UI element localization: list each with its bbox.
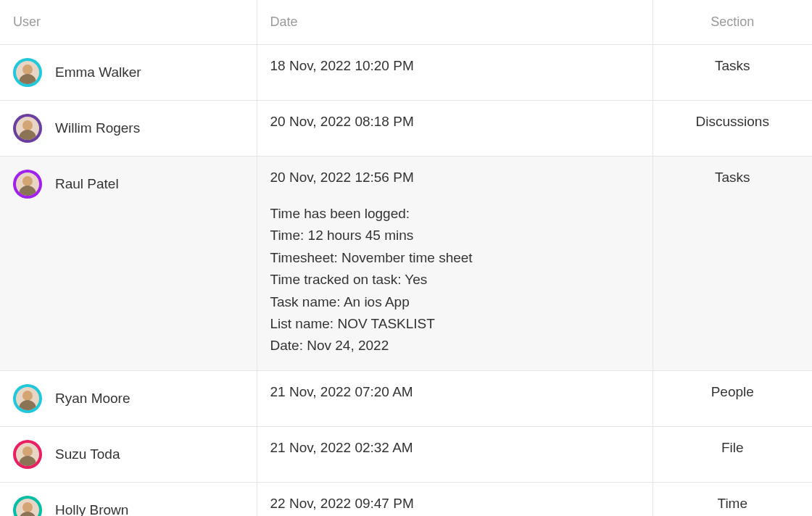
- header-section[interactable]: Section: [652, 0, 812, 45]
- user-cell: Raul Patel: [0, 157, 257, 371]
- table-header-row: User Date Section: [0, 0, 812, 45]
- user-name: Emma Walker: [55, 64, 141, 80]
- user-cell: Ryan Moore: [0, 370, 257, 426]
- section-cell: Tasks: [652, 157, 812, 371]
- user-name: Ryan Moore: [55, 391, 130, 407]
- date-cell: 22 Nov, 2022 09:47 PM: [257, 482, 652, 516]
- avatar[interactable]: [13, 170, 42, 199]
- activity-log-table: User Date Section Emma Walker18 Nov, 202…: [0, 0, 812, 516]
- date-text: 21 Nov, 2022 02:32 AM: [270, 440, 639, 456]
- date-cell: 20 Nov, 2022 12:56 PMTime has been logge…: [257, 157, 652, 371]
- section-label: People: [711, 384, 754, 399]
- detail-line: Time tracked on task: Yes: [270, 269, 639, 291]
- user-cell: Holly Brown: [0, 482, 257, 516]
- user-name: Raul Patel: [55, 176, 119, 192]
- user-cell: Willim Rogers: [0, 101, 257, 157]
- section-cell: Time: [652, 482, 812, 516]
- detail-line: Date: Nov 24, 2022: [270, 335, 639, 357]
- avatar[interactable]: [13, 384, 42, 413]
- table-row[interactable]: Willim Rogers20 Nov, 2022 08:18 PMDiscus…: [0, 101, 812, 157]
- user-cell: Emma Walker: [0, 45, 257, 101]
- table-row[interactable]: Raul Patel20 Nov, 2022 12:56 PMTime has …: [0, 157, 812, 371]
- detail-line: List name: NOV TASKLIST: [270, 313, 639, 335]
- detail-line: Time has been logged:: [270, 203, 639, 225]
- date-cell: 20 Nov, 2022 08:18 PM: [257, 101, 652, 157]
- user-name: Willim Rogers: [55, 120, 140, 136]
- section-cell: People: [652, 370, 812, 426]
- table-row[interactable]: Emma Walker18 Nov, 2022 10:20 PMTasks: [0, 45, 812, 101]
- date-text: 18 Nov, 2022 10:20 PM: [270, 58, 639, 74]
- avatar[interactable]: [13, 496, 42, 516]
- date-cell: 21 Nov, 2022 07:20 AM: [257, 370, 652, 426]
- detail-line: Task name: An ios App: [270, 291, 639, 313]
- section-label: Tasks: [715, 170, 750, 185]
- section-label: File: [721, 440, 744, 455]
- section-cell: Discussions: [652, 101, 812, 157]
- date-text: 20 Nov, 2022 08:18 PM: [270, 114, 639, 130]
- date-cell: 18 Nov, 2022 10:20 PM: [257, 45, 652, 101]
- avatar[interactable]: [13, 440, 42, 469]
- log-details: Time has been logged:Time: 12 hours 45 m…: [270, 203, 639, 357]
- table-row[interactable]: Suzu Toda21 Nov, 2022 02:32 AMFile: [0, 426, 812, 482]
- date-text: 20 Nov, 2022 12:56 PM: [270, 170, 639, 186]
- section-label: Discussions: [696, 114, 769, 129]
- detail-line: Time: 12 hours 45 mins: [270, 225, 639, 246]
- table-row[interactable]: Ryan Moore21 Nov, 2022 07:20 AMPeople: [0, 370, 812, 426]
- user-cell: Suzu Toda: [0, 426, 257, 482]
- section-label: Tasks: [715, 58, 750, 73]
- date-text: 22 Nov, 2022 09:47 PM: [270, 496, 639, 512]
- date-cell: 21 Nov, 2022 02:32 AM: [257, 426, 652, 482]
- section-cell: File: [652, 426, 812, 482]
- avatar[interactable]: [13, 58, 42, 87]
- date-text: 21 Nov, 2022 07:20 AM: [270, 384, 639, 400]
- table-row[interactable]: Holly Brown22 Nov, 2022 09:47 PMTime: [0, 482, 812, 516]
- user-name: Holly Brown: [55, 502, 128, 516]
- detail-line: Timesheet: November time sheet: [270, 247, 639, 269]
- user-name: Suzu Toda: [55, 446, 120, 462]
- header-user[interactable]: User: [0, 0, 257, 45]
- section-cell: Tasks: [652, 45, 812, 101]
- section-label: Time: [717, 496, 747, 511]
- avatar[interactable]: [13, 114, 42, 143]
- header-date[interactable]: Date: [257, 0, 652, 45]
